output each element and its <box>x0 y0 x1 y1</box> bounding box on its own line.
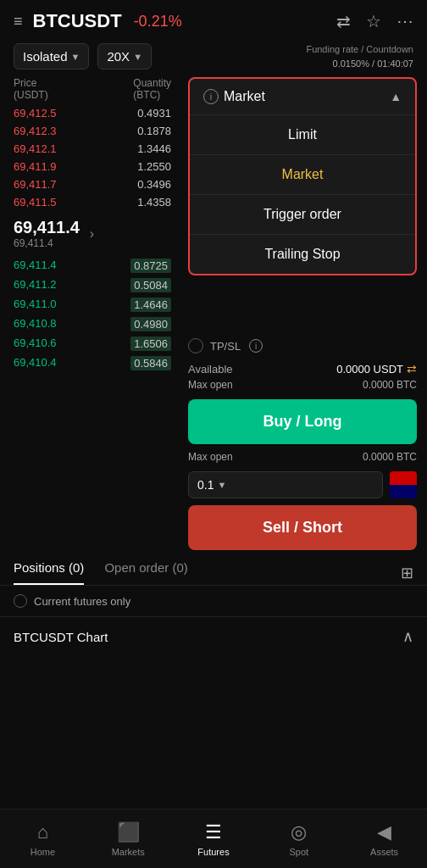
margin-mode-label: Isolated <box>23 49 68 64</box>
futures-filter-row: Current futures only <box>0 586 427 616</box>
nav-item-assets[interactable]: ◀ Assets <box>341 821 427 857</box>
favorite-icon[interactable]: ☆ <box>366 11 381 31</box>
max-open-row-1: Max open 0.0000 BTC <box>188 379 417 391</box>
ob-headers: Price (USDT) Quantity (BTC) <box>14 77 178 104</box>
tpsl-row: TP/SL i <box>188 338 417 353</box>
max-open-label-2: Max open <box>188 451 233 463</box>
spot-nav-label: Spot <box>289 847 308 857</box>
funding-value: 0.0150% / 01:40:07 <box>306 57 413 71</box>
funding-info: Funding rate / Countdown 0.0150% / 01:40… <box>306 42 413 70</box>
compare-icon[interactable]: ⇄ <box>336 11 351 31</box>
leverage-dropdown[interactable]: 20X ▼ <box>97 43 152 70</box>
assets-nav-label: Assets <box>370 847 398 857</box>
quantity-dropdown[interactable]: 0.1 ▼ <box>188 471 383 498</box>
margin-mode-dropdown[interactable]: Isolated ▼ <box>14 43 89 70</box>
order-type-current: Market <box>224 89 265 104</box>
chart-title: BTCUSDT Chart <box>14 630 108 644</box>
home-nav-label: Home <box>30 847 55 857</box>
max-open-value-2: 0.0000 BTC <box>363 451 417 463</box>
order-type-info-icon[interactable]: i <box>203 89 219 104</box>
max-open-label-1: Max open <box>188 379 233 391</box>
margin-mode-arrow: ▼ <box>71 52 80 62</box>
order-type-dropdown: i Market ▲ LimitMarketTrigger orderTrail… <box>188 77 417 275</box>
controls-row: Isolated ▼ 20X ▼ Funding rate / Countdow… <box>0 42 427 77</box>
quantity-arrow: ▼ <box>217 480 226 490</box>
order-type-option[interactable]: Trailing Stop <box>190 235 415 274</box>
max-open-value-1: 0.0000 BTC <box>363 379 417 391</box>
symbol-title: BTCUSDT <box>33 10 122 32</box>
futures-filter-label: Current futures only <box>34 595 130 608</box>
bid-row: 69,411.01.4646 <box>14 295 178 314</box>
ob-price-header: Price (USDT) <box>14 77 48 101</box>
tpsl-label: TP/SL <box>210 340 241 353</box>
mid-sub: 69,411.4 <box>14 237 80 249</box>
markets-nav-icon: ⬛ <box>117 821 140 843</box>
bottom-nav: ⌂ Home ⬛ Markets ☰ Futures ◎ Spot ◀ Asse… <box>0 809 427 868</box>
funding-label: Funding rate / Countdown <box>306 42 413 57</box>
bid-row: 69,411.20.5084 <box>14 275 178 295</box>
available-row: Available 0.0000 USDT ⇄ <box>188 362 417 376</box>
price-change: -0.21% <box>134 13 182 31</box>
bid-row: 69,410.40.5846 <box>14 353 178 373</box>
quantity-value: 0.1 <box>197 478 214 492</box>
markets-nav-label: Markets <box>112 847 145 857</box>
bid-row: 69,410.61.6506 <box>14 334 178 353</box>
panel-content: TP/SL i Available 0.0000 USDT ⇄ Max open… <box>188 331 417 550</box>
tpsl-checkbox[interactable] <box>188 338 203 353</box>
mid-price-row: 69,411.4 69,411.4 › <box>14 211 178 256</box>
header: ≡ BTCUSDT -0.21% ⇄ ☆ ⋯ <box>0 0 427 42</box>
quantity-row: 0.1 ▼ <box>188 471 417 498</box>
dropdown-header[interactable]: i Market ▲ <box>190 79 415 115</box>
hamburger-icon[interactable]: ≡ <box>14 13 23 31</box>
order-type-option[interactable]: Market <box>190 155 415 195</box>
tab-open-order[interactable]: Open order (0) <box>104 560 187 585</box>
ob-qty-header: Quantity (BTC) <box>133 77 171 101</box>
transfer-icon[interactable]: ⇄ <box>407 362 417 376</box>
futures-nav-icon: ☰ <box>205 821 222 843</box>
spot-nav-icon: ◎ <box>291 821 307 843</box>
tpsl-info-icon[interactable]: i <box>249 339 263 353</box>
order-type-option[interactable]: Trigger order <box>190 195 415 235</box>
ask-row: 69,411.70.3496 <box>14 175 178 193</box>
futures-nav-label: Futures <box>197 847 229 857</box>
nav-item-spot[interactable]: ◎ Spot <box>256 821 341 857</box>
flag-icon[interactable] <box>390 471 417 498</box>
sell-short-button[interactable]: Sell / Short <box>188 505 417 550</box>
ask-row: 69,412.30.1878 <box>14 122 178 140</box>
order-type-option[interactable]: Limit <box>190 115 415 155</box>
chart-toggle-icon[interactable]: ∧ <box>402 627 413 646</box>
bid-rows: 69,411.40.872569,411.20.508469,411.01.46… <box>14 256 178 373</box>
mid-price: 69,411.4 <box>14 218 80 237</box>
order-history-icon[interactable]: ⊞ <box>401 564 413 582</box>
buy-long-button[interactable]: Buy / Long <box>188 399 417 444</box>
leverage-arrow: ▼ <box>133 52 142 62</box>
more-icon[interactable]: ⋯ <box>396 11 413 31</box>
dropdown-header-label: i Market <box>203 89 265 104</box>
max-open-row-2: Max open 0.0000 BTC <box>188 451 417 463</box>
dropdown-close-icon[interactable]: ▲ <box>390 90 402 103</box>
chart-section[interactable]: BTCUSDT Chart ∧ <box>0 616 427 656</box>
home-nav-icon: ⌂ <box>37 821 48 843</box>
mid-arrow-icon[interactable]: › <box>90 226 94 242</box>
nav-item-futures[interactable]: ☰ Futures <box>171 821 257 857</box>
ask-row: 69,411.91.2550 <box>14 158 178 175</box>
header-actions: ⇄ ☆ ⋯ <box>336 11 413 31</box>
ask-row: 69,412.50.4931 <box>14 104 178 122</box>
assets-nav-icon: ◀ <box>377 821 391 843</box>
available-label: Available <box>188 363 233 376</box>
nav-item-markets[interactable]: ⬛ Markets <box>86 821 171 857</box>
tab-positions[interactable]: Positions (0) <box>14 560 84 585</box>
ask-row: 69,411.51.4358 <box>14 193 178 211</box>
right-panel: i Market ▲ LimitMarketTrigger orderTrail… <box>178 77 427 550</box>
tabs-row: Positions (0) Open order (0) ⊞ <box>0 550 427 586</box>
order-book: Price (USDT) Quantity (BTC) 69,412.50.49… <box>0 77 178 550</box>
leverage-label: 20X <box>107 49 130 64</box>
ask-rows: 69,412.50.493169,412.30.187869,412.11.34… <box>14 104 178 211</box>
nav-item-home[interactable]: ⌂ Home <box>0 821 86 857</box>
futures-filter-radio[interactable] <box>14 594 27 608</box>
dropdown-items: LimitMarketTrigger orderTrailing Stop <box>190 115 415 274</box>
available-value: 0.0000 USDT ⇄ <box>336 362 417 376</box>
bid-row: 69,410.80.4980 <box>14 314 178 334</box>
ask-row: 69,412.11.3446 <box>14 140 178 158</box>
bid-row: 69,411.40.8725 <box>14 256 178 275</box>
